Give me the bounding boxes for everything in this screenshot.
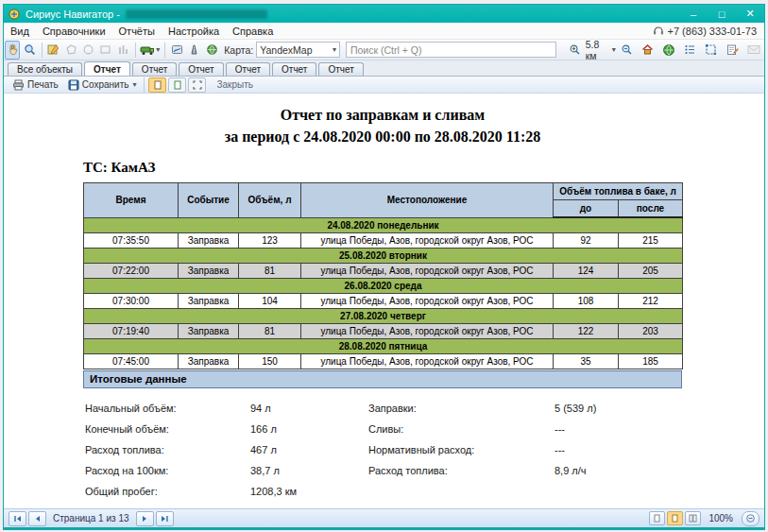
view-fit-button[interactable] [188, 77, 206, 93]
rectangle-icon[interactable] [98, 41, 113, 60]
summary-data: Начальный объём:94 лЗаправки:5 (539 л)Ко… [85, 398, 682, 502]
vehicle-name: ТС: КамАЗ [83, 160, 155, 176]
summary-value: --- [555, 439, 682, 460]
circle-icon[interactable] [80, 41, 95, 60]
app-window: Сириус Навигатор - – □ ✕ ВидСправочникиО… [3, 4, 765, 530]
summary-label: Заправки: [368, 398, 555, 419]
date-band: 28.08.2020 пятница [84, 339, 683, 354]
table-cell: 07:30:00 [84, 294, 179, 309]
summary-value: 5 (539 л) [555, 398, 682, 419]
redacted-company-name [126, 9, 267, 19]
first-page-button[interactable] [9, 511, 26, 526]
pan-hand-icon[interactable] [5, 41, 20, 60]
date-band-row: 25.08.2020 вторник [84, 249, 683, 264]
date-band: 26.08.2020 среда [84, 279, 683, 294]
page-indicator: Страница 1 из 13 [53, 513, 129, 523]
route-icon[interactable] [169, 41, 184, 60]
zoom-width-mode-button[interactable] [667, 511, 683, 525]
table-cell: 150 [239, 354, 301, 369]
table-cell: 104 [239, 294, 301, 309]
print-button[interactable]: Печать [8, 78, 63, 92]
col-header-volume: Объём, л [239, 183, 301, 218]
table-cell: 212 [619, 294, 683, 309]
globe-icon[interactable] [659, 41, 678, 60]
tab-6[interactable]: Отчет [318, 62, 363, 76]
zoom-out-icon[interactable] [617, 41, 636, 60]
map-select[interactable]: YandexMap ▾ [256, 42, 340, 58]
zoom-select-icon[interactable] [22, 41, 37, 60]
tab-2[interactable]: Отчет [132, 62, 177, 76]
save-icon [68, 79, 79, 91]
notes-edit-icon[interactable] [723, 41, 742, 60]
report-page: Отчет по заправкам и сливам за период с … [4, 94, 764, 508]
menu-bar: ВидСправочникиОтчётыНастройкаСправка +7 … [4, 23, 764, 40]
table-cell: 92 [554, 233, 619, 249]
report-table: Время Событие Объём, л Местоположение Об… [83, 182, 683, 369]
edit-map-icon[interactable] [46, 41, 61, 60]
table-cell: Заправка [179, 233, 239, 249]
columns-icon[interactable] [115, 41, 130, 60]
col-header-after: после [619, 200, 683, 218]
summary-value: 166 л [250, 419, 368, 439]
summary-value: 467 л [250, 439, 368, 460]
col-header-tank-group: Объём топлива в баке, л [554, 183, 683, 200]
zoom-page-mode-button[interactable] [649, 511, 665, 525]
prev-page-button[interactable] [28, 511, 46, 526]
table-cell: Заправка [179, 354, 239, 369]
tab-4[interactable]: Отчет [226, 62, 270, 76]
printer-icon [12, 79, 25, 91]
menu-item-0[interactable]: Вид [4, 25, 36, 38]
view-single-page-button[interactable] [148, 77, 166, 93]
summary-label: Расход топлива: [85, 439, 250, 460]
mail-icon[interactable] [743, 41, 762, 60]
tab-5[interactable]: Отчет [272, 62, 316, 76]
polygon-icon[interactable] [63, 41, 78, 60]
geo-stat-icon[interactable] [204, 41, 219, 60]
table-cell: 07:22:00 [84, 264, 179, 279]
home-icon[interactable] [638, 41, 657, 60]
menu-item-3[interactable]: Настройка [162, 25, 226, 38]
menu-item-4[interactable]: Справка [226, 25, 280, 38]
table-cell: Заправка [179, 264, 239, 279]
menu-item-2[interactable]: Отчёты [112, 25, 162, 38]
vehicle-icon[interactable]: ▾ [139, 41, 161, 60]
date-band-row: 26.08.2020 среда [84, 279, 683, 294]
table-cell: 185 [619, 354, 683, 369]
legend-list-icon[interactable] [680, 41, 699, 60]
tab-3[interactable]: Отчет [179, 62, 223, 76]
tab-0[interactable]: Все объекты [8, 62, 82, 76]
search-input[interactable] [346, 42, 556, 58]
zoom-in-icon[interactable] [565, 41, 584, 60]
save-button[interactable]: Сохранить ▾ [63, 78, 142, 92]
report-period: за период с 24.08.2020 00:00 по 28.08.20… [83, 129, 682, 146]
scale-value[interactable]: 5.8 км [586, 39, 611, 61]
summary-label: Начальный объём: [85, 398, 250, 419]
view-continuous-button[interactable] [168, 77, 186, 93]
col-header-before: до [554, 200, 619, 218]
summary-value: 94 л [250, 398, 368, 419]
summary-value: --- [555, 419, 682, 439]
zoom-level: 100% [708, 513, 733, 523]
table-row: 07:35:50Заправка123улица Победы, Азов, г… [84, 233, 683, 249]
last-page-button[interactable] [156, 511, 174, 526]
selection-frame-icon[interactable] [702, 41, 721, 60]
summary-label: Конечный объём: [85, 419, 250, 439]
zoom-out-button[interactable] [742, 511, 759, 526]
maximize-button[interactable]: □ [708, 5, 736, 23]
tab-1[interactable]: Отчет [84, 61, 130, 76]
close-button[interactable]: ✕ [736, 5, 764, 23]
zoom-multi-mode-button[interactable] [685, 511, 701, 525]
road-icon[interactable] [186, 41, 201, 60]
summary-value: 1208,3 км [250, 481, 368, 502]
summary-value [555, 481, 682, 502]
summary-label [368, 481, 555, 502]
summary-label: Расход топлива: [368, 460, 555, 481]
close-report-button[interactable]: Закрыть [216, 79, 253, 90]
table-cell: 205 [619, 264, 683, 279]
table-cell: 07:45:00 [84, 354, 179, 369]
date-band: 25.08.2020 вторник [84, 249, 683, 264]
minimize-button[interactable]: – [679, 5, 708, 23]
table-cell: 123 [239, 233, 301, 249]
next-page-button[interactable] [136, 511, 154, 526]
menu-item-1[interactable]: Справочники [36, 25, 112, 38]
